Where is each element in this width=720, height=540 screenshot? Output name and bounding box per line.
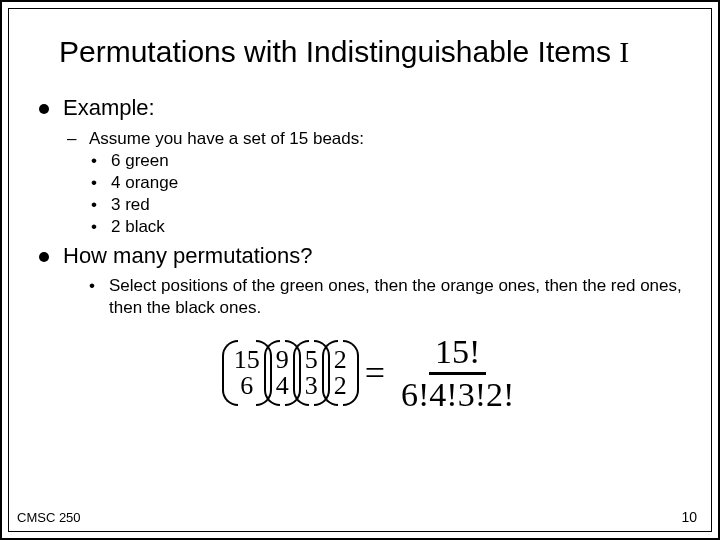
beads-list: 6 green 4 orange 3 red 2 black	[89, 151, 683, 237]
binom-2-top: 9	[276, 347, 289, 373]
assume-line: Assume you have a set of 15 beads: 6 gre…	[63, 129, 683, 237]
example-bullet: Example: Assume you have a set of 15 bea…	[37, 95, 683, 237]
bead-red: 3 red	[89, 195, 683, 215]
slide-title: Permutations with Indistinguishable Item…	[59, 35, 683, 69]
assume-text: Assume you have a set of 15 beads:	[89, 129, 364, 148]
title-roman: I	[619, 35, 629, 68]
binom-2-bot: 4	[276, 373, 289, 399]
binom-4: 2 2	[322, 340, 359, 406]
binom-4-bot: 2	[334, 373, 347, 399]
slide-inner: Permutations with Indistinguishable Item…	[8, 8, 712, 532]
question-bullet: How many permutations? Select positions …	[37, 243, 683, 413]
binom-3-bot: 3	[305, 373, 318, 399]
equals-sign: =	[365, 352, 385, 394]
bead-black: 2 black	[89, 217, 683, 237]
example-sublist: Assume you have a set of 15 beads: 6 gre…	[63, 129, 683, 237]
step-text: Select positions of the green ones, then…	[87, 275, 683, 319]
fraction-top: 15!	[429, 333, 486, 374]
fraction-bot: 6!4!3!2!	[395, 375, 520, 413]
example-label: Example:	[63, 95, 155, 120]
question-text: How many permutations?	[63, 243, 312, 268]
footer-page-number: 10	[681, 509, 697, 525]
content-list: Example: Assume you have a set of 15 bea…	[37, 95, 683, 413]
binom-4-top: 2	[334, 347, 347, 373]
fraction: 15! 6!4!3!2!	[395, 333, 520, 413]
binom-3-top: 5	[305, 347, 318, 373]
binom-1-top: 15	[234, 347, 260, 373]
title-text: Permutations with Indistinguishable Item…	[59, 35, 619, 68]
formula: 15 6 9 4 5 3 2 2 =	[63, 333, 683, 413]
bead-orange: 4 orange	[89, 173, 683, 193]
footer-course: CMSC 250	[17, 510, 81, 525]
bead-green: 6 green	[89, 151, 683, 171]
slide-frame: Permutations with Indistinguishable Item…	[0, 0, 720, 540]
binom-1-bot: 6	[240, 373, 253, 399]
steps-list: Select positions of the green ones, then…	[87, 275, 683, 319]
